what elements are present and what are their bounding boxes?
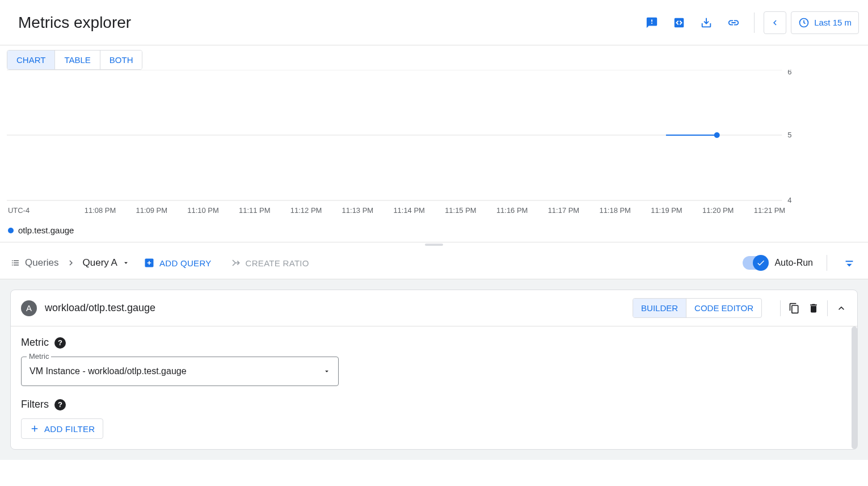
page-title: Metrics explorer xyxy=(18,14,131,32)
view-tabs-row: CHART TABLE BOTH xyxy=(0,45,868,70)
list-icon xyxy=(10,258,20,268)
time-range-label: Last 15 m xyxy=(814,18,852,27)
help-icon[interactable]: ? xyxy=(54,337,66,349)
chevron-right-icon xyxy=(66,258,76,268)
check-icon xyxy=(756,258,765,267)
svg-text:11:08 PM: 11:08 PM xyxy=(85,206,116,215)
metric-select[interactable]: VM Instance - workload/otlp.test.gauge xyxy=(21,357,339,386)
add-filter-button[interactable]: ADD FILTER xyxy=(21,418,103,439)
dropdown-arrow-icon xyxy=(122,259,130,267)
copy-query-button[interactable] xyxy=(789,303,800,314)
divider xyxy=(827,255,827,271)
panel-actions xyxy=(780,300,847,316)
tab-both[interactable]: BOTH xyxy=(100,51,142,69)
query-panel-body: Metric ? Metric VM Instance - workload/o… xyxy=(11,326,857,449)
link-icon[interactable] xyxy=(722,11,745,34)
divider xyxy=(780,300,781,316)
metric-field-label: Metric xyxy=(27,352,51,361)
chart[interactable]: 4 5 6 UTC-4 11:08 PM 11:09 PM 11:10 PM 1… xyxy=(7,70,861,223)
autorun-label: Auto-Run xyxy=(774,258,813,268)
svg-text:11:14 PM: 11:14 PM xyxy=(393,206,424,215)
merge-icon xyxy=(230,257,241,269)
delete-query-button[interactable] xyxy=(808,303,819,314)
code-icon[interactable] xyxy=(668,11,690,34)
header-actions: Last 15 m xyxy=(641,11,859,34)
divider xyxy=(754,12,755,33)
collapse-panel-button[interactable] xyxy=(841,254,858,271)
query-badge: A xyxy=(21,300,37,316)
svg-point-6 xyxy=(714,132,720,138)
svg-text:11:18 PM: 11:18 PM xyxy=(599,206,630,215)
queries-breadcrumb: Queries Query A xyxy=(10,257,130,269)
legend-label: otlp.test.gauge xyxy=(18,225,74,235)
svg-text:11:12 PM: 11:12 PM xyxy=(290,206,322,215)
queries-label: Queries xyxy=(10,257,59,269)
view-tabs: CHART TABLE BOTH xyxy=(7,50,142,70)
svg-text:11:11 PM: 11:11 PM xyxy=(239,206,270,215)
plus-icon xyxy=(30,424,40,434)
filters-section-title: Filters ? xyxy=(21,399,847,410)
add-query-button[interactable]: ADD QUERY xyxy=(139,254,216,272)
autorun-toggle[interactable] xyxy=(743,256,768,270)
svg-text:11:16 PM: 11:16 PM xyxy=(496,206,528,215)
header: Metrics explorer Last 15 m xyxy=(0,0,868,45)
metric-section-title: Metric ? xyxy=(21,337,847,349)
svg-text:11:09 PM: 11:09 PM xyxy=(136,206,167,215)
svg-text:11:20 PM: 11:20 PM xyxy=(702,206,734,215)
code-editor-mode-button[interactable]: CODE EDITOR xyxy=(686,299,761,317)
svg-text:11:17 PM: 11:17 PM xyxy=(548,206,579,215)
scrollbar[interactable] xyxy=(852,326,857,449)
mode-toggle: BUILDER CODE EDITOR xyxy=(633,298,762,318)
help-icon[interactable]: ? xyxy=(54,399,66,410)
metric-field[interactable]: Metric VM Instance - workload/otlp.test.… xyxy=(21,357,339,386)
query-name: workload/otlp.test.gauge xyxy=(45,302,625,314)
collapse-query-button[interactable] xyxy=(836,303,847,314)
resize-handle[interactable] xyxy=(0,242,868,247)
chart-legend: otlp.test.gauge xyxy=(0,223,868,242)
tab-chart[interactable]: CHART xyxy=(7,51,54,69)
dropdown-arrow-icon xyxy=(323,367,331,375)
feedback-icon[interactable] xyxy=(641,11,663,34)
tab-table[interactable]: TABLE xyxy=(54,51,99,69)
query-panel-container: A workload/otlp.test.gauge BUILDER CODE … xyxy=(0,279,868,460)
divider xyxy=(827,300,828,316)
query-panel: A workload/otlp.test.gauge BUILDER CODE … xyxy=(10,290,858,450)
prev-time-button[interactable] xyxy=(764,11,786,34)
y-tick: 6 xyxy=(787,70,791,76)
timezone-label: UTC-4 xyxy=(8,206,30,215)
builder-mode-button[interactable]: BUILDER xyxy=(633,299,686,317)
y-tick: 4 xyxy=(787,196,791,204)
time-range-button[interactable]: Last 15 m xyxy=(791,11,859,34)
svg-text:11:21 PM: 11:21 PM xyxy=(754,206,785,215)
query-selector[interactable]: Query A xyxy=(83,257,130,269)
download-icon[interactable] xyxy=(695,11,718,34)
plus-box-icon xyxy=(144,257,155,269)
create-ratio-button[interactable]: CREATE RATIO xyxy=(225,254,314,272)
legend-dot xyxy=(8,228,14,233)
queries-bar: Queries Query A ADD QUERY CREATE RATIO A… xyxy=(0,247,868,279)
autorun-control: Auto-Run xyxy=(743,256,813,270)
svg-text:11:10 PM: 11:10 PM xyxy=(187,206,218,215)
svg-text:11:13 PM: 11:13 PM xyxy=(342,206,373,215)
svg-text:11:15 PM: 11:15 PM xyxy=(445,206,476,215)
svg-text:11:19 PM: 11:19 PM xyxy=(651,206,682,215)
y-tick: 5 xyxy=(787,131,791,139)
query-panel-header: A workload/otlp.test.gauge BUILDER CODE … xyxy=(11,290,857,326)
